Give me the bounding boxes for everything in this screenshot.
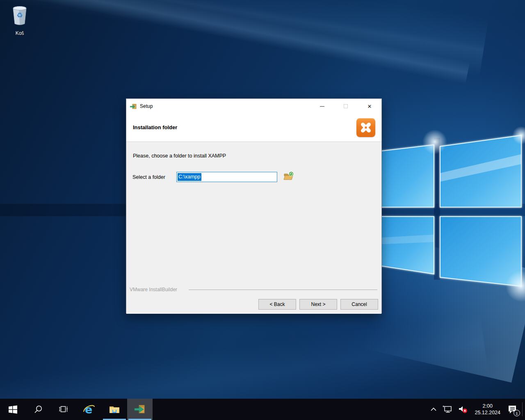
network-icon[interactable] <box>440 399 455 420</box>
next-button[interactable]: Next > <box>299 299 337 310</box>
installer-icon <box>130 103 137 110</box>
light-beam <box>0 312 488 399</box>
folder-input-selected-text: C:\xampp <box>178 173 201 181</box>
action-center-icon[interactable]: 1 <box>504 399 520 420</box>
taskbar-clock[interactable]: 2:00 25.12.2024 <box>471 403 504 416</box>
footer-divider <box>189 290 377 290</box>
taskbar-item-internet-explorer[interactable]: e <box>76 399 102 420</box>
cancel-button[interactable]: Cancel <box>340 299 378 310</box>
recycle-bin[interactable]: ♻ Koš <box>8 4 31 36</box>
show-desktop-button[interactable] <box>523 399 525 420</box>
search-icon <box>34 405 43 414</box>
browse-folder-icon[interactable] <box>283 171 294 182</box>
page-title: Installation folder <box>133 124 177 130</box>
system-tray: 2:00 25.12.2024 1 <box>427 399 525 420</box>
tray-chevron-icon[interactable] <box>427 399 440 420</box>
internet-explorer-icon: e <box>83 403 95 415</box>
svg-text:♻: ♻ <box>16 11 23 19</box>
recycle-bin-label: Koš <box>8 30 31 36</box>
taskbar-item-setup[interactable] <box>127 399 153 420</box>
close-button[interactable]: ✕ <box>358 99 381 114</box>
dialog-body: Please, choose a folder to install XAMPP… <box>126 142 381 314</box>
setup-dialog: Setup ✕ Installation folder Please, <box>126 98 382 313</box>
xampp-logo <box>356 118 375 137</box>
folder-field-label: Select a folder <box>132 174 165 180</box>
screen: ♻ Koš Setup ✕ Installation folder <box>0 0 525 420</box>
file-explorer-icon <box>109 404 120 415</box>
setup-installer-icon <box>134 403 146 415</box>
svg-text:e: e <box>85 403 92 415</box>
dialog-header: Installation folder <box>126 114 381 142</box>
folder-input[interactable]: C:\xampp <box>176 172 277 182</box>
taskbar: e <box>0 399 525 420</box>
light-beam <box>0 0 470 84</box>
recycle-bin-icon: ♻ <box>9 4 30 28</box>
windows-start-icon <box>9 405 17 414</box>
minimize-button[interactable] <box>310 99 334 114</box>
light-beam <box>0 0 489 78</box>
volume-muted-icon[interactable] <box>455 399 471 420</box>
dialog-title: Setup <box>140 103 153 109</box>
start-button[interactable] <box>0 399 25 420</box>
task-view-icon <box>59 405 68 413</box>
instruction-text: Please, choose a folder to install XAMPP <box>133 153 226 159</box>
notification-badge: 1 <box>514 410 520 416</box>
taskbar-item-file-explorer[interactable] <box>102 399 127 420</box>
windows-logo-panes <box>369 115 525 312</box>
back-button[interactable]: < Back <box>258 299 296 310</box>
installer-brand: VMware InstallBuilder <box>130 287 177 292</box>
task-view-button[interactable] <box>51 399 76 420</box>
clock-date: 25.12.2024 <box>475 409 500 416</box>
dialog-titlebar[interactable]: Setup ✕ <box>126 99 381 114</box>
clock-time: 2:00 <box>475 403 500 409</box>
maximize-button <box>334 99 358 114</box>
search-button[interactable] <box>25 399 51 420</box>
